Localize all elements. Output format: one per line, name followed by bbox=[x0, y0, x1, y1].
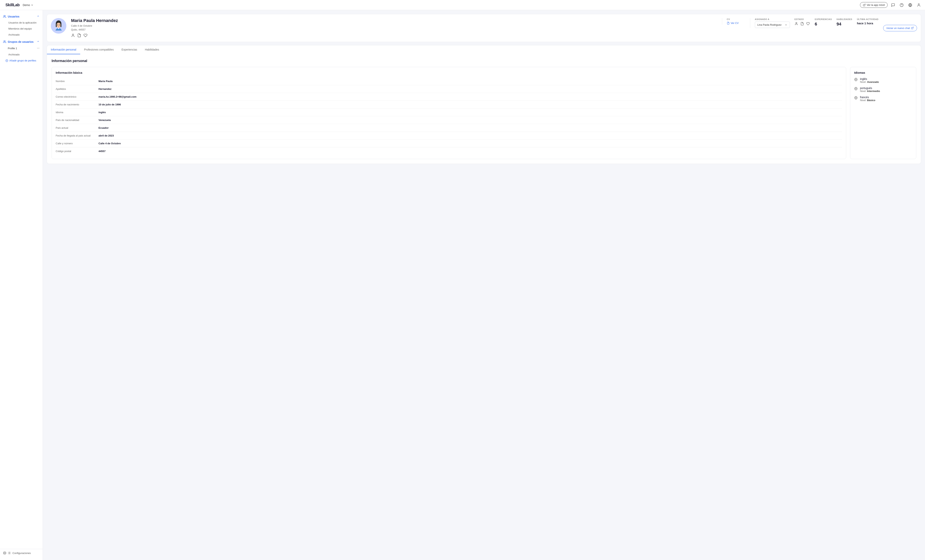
tab-profesiones[interactable]: Profesiones compatibles bbox=[80, 45, 118, 54]
svg-point-24 bbox=[72, 34, 74, 35]
estado-stat: ESTADO bbox=[795, 18, 810, 26]
user-icon[interactable] bbox=[916, 2, 922, 8]
config-label: Configuraciones bbox=[12, 552, 31, 554]
globe-idioma-icon-2 bbox=[854, 87, 858, 91]
workspace-selector[interactable]: Demo bbox=[23, 3, 33, 7]
info-two-col: Información básica Nombre Maria Paula Ap… bbox=[51, 67, 916, 159]
svg-line-3 bbox=[864, 4, 865, 5]
profile-name: Maria Paula Hernandez bbox=[71, 18, 717, 23]
profile-avatar bbox=[51, 18, 66, 34]
sidebar-item-archived-group[interactable]: Archivado bbox=[0, 51, 43, 57]
main-content: Maria Paula Hernandez Calle 4 de Octubre… bbox=[43, 10, 925, 560]
ver-cv-link[interactable]: Ver CV bbox=[727, 22, 745, 24]
svg-rect-21 bbox=[60, 24, 62, 27]
info-row-apellidos: Apellidos Hernandez bbox=[56, 85, 842, 93]
app-logo: SkillLab bbox=[6, 3, 20, 7]
info-row-idioma: Idioma inglés bbox=[56, 108, 842, 116]
info-row-pais-nac: País de nacionalidad Venezuela bbox=[56, 116, 842, 124]
estado-icons bbox=[795, 22, 810, 26]
svg-point-14 bbox=[4, 552, 5, 553]
profile-actions bbox=[71, 33, 717, 38]
profile-assigned-section: ASIGNADO A Lina Paola Rodriguez bbox=[750, 18, 790, 28]
sidebar-usuarios-header[interactable]: Usuarios bbox=[0, 13, 43, 20]
iniciar-chat-button[interactable]: Iniciar un nuevo chat bbox=[883, 25, 917, 31]
sidebar-usuarios-label: Usuarios bbox=[8, 15, 20, 18]
sidebar-item-profile1[interactable]: Profile 1 ··· bbox=[0, 45, 43, 51]
profile-stats: ESTADO bbox=[795, 18, 878, 27]
svg-line-26 bbox=[912, 27, 913, 28]
estado-doc-icon[interactable] bbox=[800, 22, 804, 26]
idioma-portugues: portugués Nivel: Intermedio bbox=[854, 87, 912, 93]
svg-point-19 bbox=[56, 23, 61, 28]
sidebar-item-app-users[interactable]: Usuarios de la aplicación bbox=[0, 20, 43, 26]
sidebar-grupos-section: Grupos de usuarios Profile 1 ··· Archiva… bbox=[0, 39, 43, 64]
top-navigation: SkillLab Demo Ver la app móvil bbox=[0, 0, 925, 10]
heart-icon[interactable] bbox=[83, 33, 87, 38]
sidebar-grupos-label: Grupos de usuarios bbox=[8, 40, 33, 44]
svg-rect-20 bbox=[56, 24, 57, 27]
profile-card: Maria Paula Hernandez Calle 4 de Octubre… bbox=[47, 14, 921, 42]
info-row-nombre: Nombre Maria Paula bbox=[56, 77, 842, 85]
sidebar-item-archived-users[interactable]: Archivado bbox=[0, 32, 43, 38]
ultima-actividad-stat: ÚLTIMA ACTIVIDAD hace 1 hora bbox=[857, 18, 878, 25]
experiencias-stat: EXPERIENCIAS 6 bbox=[815, 18, 832, 27]
svg-point-15 bbox=[3, 552, 6, 554]
idiomas-card: Idiomas inglés Nivel: Avanzado bbox=[850, 67, 916, 159]
info-basica-title: Información básica bbox=[56, 71, 842, 74]
mobile-app-button[interactable]: Ver la app móvil bbox=[860, 2, 888, 8]
svg-point-23 bbox=[59, 24, 60, 25]
profile-info: Maria Paula Hernandez Calle 4 de Octubre… bbox=[71, 18, 717, 38]
info-row-llegada: Fecha de llegada al pais actual abril de… bbox=[56, 132, 842, 140]
sidebar-grupos-header[interactable]: Grupos de usuarios bbox=[0, 39, 43, 45]
idioma-frances: francés Nivel: Básico bbox=[854, 96, 912, 102]
sidebar-item-team-members[interactable]: Miembros del equipo bbox=[0, 26, 43, 32]
info-basica-card: Información básica Nombre Maria Paula Ap… bbox=[51, 67, 846, 159]
sidebar: Usuarios Usuarios de la aplicación Miemb… bbox=[0, 10, 43, 560]
info-row-postal: Código postal 44557 bbox=[56, 147, 842, 155]
info-row-email: Correo electrónico maria.hz.1990.2+98@gm… bbox=[56, 93, 842, 101]
sidebar-config[interactable]: Configuraciones bbox=[0, 549, 43, 557]
svg-point-16 bbox=[9, 552, 10, 553]
estado-heart-icon[interactable] bbox=[806, 22, 810, 26]
habilidades-stat: HABILIDADES 94 bbox=[837, 18, 853, 27]
globe-icon[interactable] bbox=[907, 2, 913, 8]
svg-point-22 bbox=[57, 24, 58, 25]
user-edit-icon[interactable] bbox=[71, 33, 75, 38]
tabs-nav: Información personal Profesiones compati… bbox=[47, 45, 921, 54]
svg-point-25 bbox=[796, 23, 797, 24]
help-icon[interactable] bbox=[898, 2, 905, 8]
idioma-ingles: inglés Nivel: Avanzado bbox=[854, 77, 912, 83]
estado-user-icon[interactable] bbox=[795, 22, 798, 26]
cv-label: CV bbox=[727, 18, 745, 20]
tab-habilidades[interactable]: Habilidades bbox=[141, 45, 163, 54]
svg-point-10 bbox=[4, 41, 5, 42]
info-row-calle: Calle y número Calle 4 de Octubre bbox=[56, 140, 842, 147]
profile-address: Calle 4 de Octubre Quito, 44557 bbox=[71, 24, 717, 32]
chat-icon[interactable] bbox=[890, 2, 896, 8]
svg-point-8 bbox=[918, 3, 919, 5]
globe-idioma-icon-1 bbox=[854, 78, 858, 82]
sidebar-usuarios-section: Usuarios Usuarios de la aplicación Miemb… bbox=[0, 13, 43, 38]
info-row-nacimiento: Fecha de nacimiento 10 de julio de 1996 bbox=[56, 101, 842, 108]
tab-info-personal[interactable]: Información personal bbox=[47, 45, 80, 54]
tab-experiencias[interactable]: Experiencias bbox=[118, 45, 141, 54]
profile1-menu-icon[interactable]: ··· bbox=[37, 47, 39, 50]
assigned-select[interactable]: Lina Paola Rodriguez bbox=[755, 22, 790, 28]
content-area: Información personal Información básica … bbox=[47, 54, 921, 164]
assigned-label: ASIGNADO A bbox=[755, 18, 790, 20]
section-title: Información personal bbox=[51, 59, 916, 63]
globe-idioma-icon-3 bbox=[854, 96, 858, 100]
add-group-label: Añadir grupo de perfiles bbox=[9, 59, 36, 62]
sidebar-add-group[interactable]: Añadir grupo de perfiles bbox=[0, 57, 43, 64]
main-layout: Usuarios Usuarios de la aplicación Miemb… bbox=[0, 10, 925, 560]
document-icon[interactable] bbox=[77, 33, 81, 38]
profile-cv-section: CV Ver CV bbox=[722, 18, 745, 24]
idiomas-title: Idiomas bbox=[854, 71, 912, 74]
info-row-pais-actual: País actual Ecuador bbox=[56, 124, 842, 132]
svg-point-9 bbox=[4, 15, 5, 17]
